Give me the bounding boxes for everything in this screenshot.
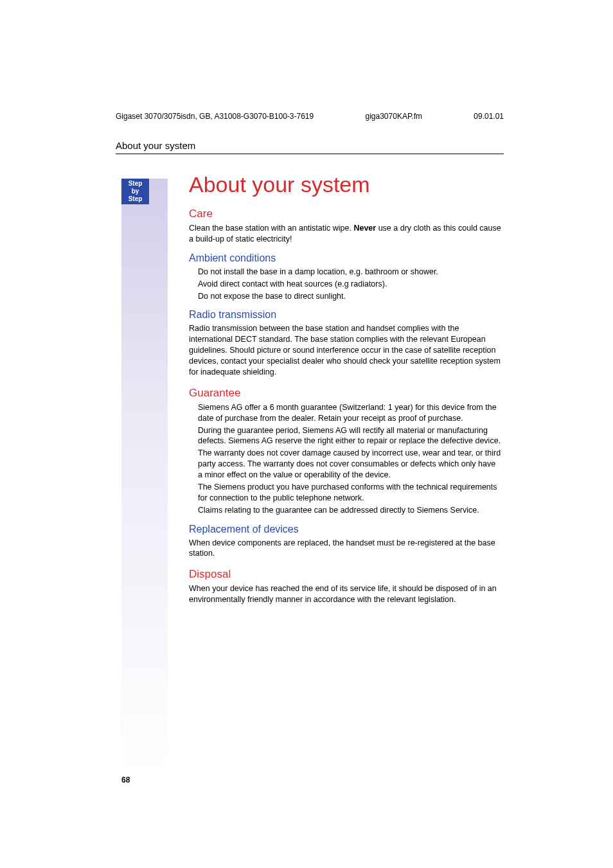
ambient-b3: Do not expose the base to direct sunligh… xyxy=(189,291,501,302)
file-name: giga3070KAP.fm xyxy=(366,112,423,121)
guarantee-b3: The warranty does not cover damage cause… xyxy=(189,448,501,481)
disposal-paragraph: When your device has reached the end of … xyxy=(189,583,501,605)
care-never: Never xyxy=(353,224,376,233)
main-content: About your system Care Clean the base st… xyxy=(189,167,501,607)
header-meta: Gigaset 3070/3075isdn, GB, A31008-G3070-… xyxy=(116,112,504,121)
guarantee-b5: Claims relating to the guarantee can be … xyxy=(189,505,501,516)
ambient-b2: Avoid direct contact with heat sources (… xyxy=(189,279,501,290)
sidebar-gradient xyxy=(121,179,168,779)
guarantee-b1: Siemens AG offer a 6 month guarantee (Sw… xyxy=(189,402,501,424)
running-head: About your system xyxy=(116,140,504,154)
heading-ambient: Ambient conditions xyxy=(189,252,501,264)
heading-radio: Radio transmission xyxy=(189,309,501,321)
page-number: 68 xyxy=(121,775,130,784)
step-by-step-badge: Step by Step xyxy=(121,179,149,204)
doc-date: 09.01.01 xyxy=(474,112,504,121)
heading-care: Care xyxy=(189,208,501,220)
badge-line-3: Step xyxy=(121,195,149,203)
ambient-b1: Do not install the base in a damp locati… xyxy=(189,267,501,278)
replacement-paragraph: When device components are replaced, the… xyxy=(189,538,501,560)
heading-guarantee: Guarantee xyxy=(189,387,501,400)
badge-line-1: Step xyxy=(121,180,149,188)
radio-paragraph: Radio transmission between the base stat… xyxy=(189,323,501,377)
page-title: About your system xyxy=(189,172,501,197)
badge-line-2: by xyxy=(121,188,149,195)
heading-replacement: Replacement of devices xyxy=(189,524,501,535)
guarantee-b4: The Siemens product you have purchased c… xyxy=(189,482,501,504)
heading-disposal: Disposal xyxy=(189,568,501,581)
care-paragraph: Clean the base station with an antistati… xyxy=(189,223,501,245)
guarantee-b2: During the guarantee period, Siemens AG … xyxy=(189,425,501,447)
doc-id: Gigaset 3070/3075isdn, GB, A31008-G3070-… xyxy=(116,112,314,121)
care-text-a: Clean the base station with an antistati… xyxy=(189,224,353,233)
